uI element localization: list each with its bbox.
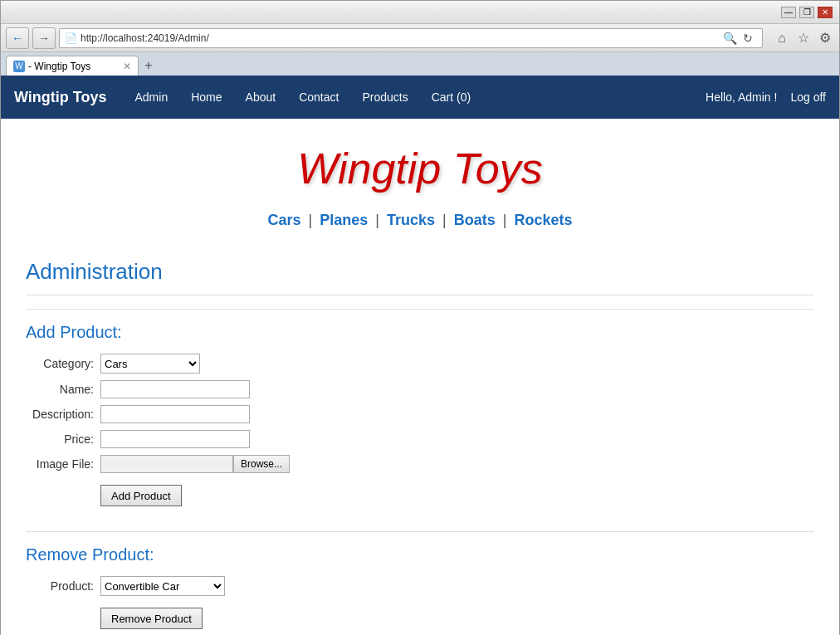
search-icon: 🔍 xyxy=(720,29,739,47)
toolbar-icons: ⌂ ☆ ⚙ xyxy=(773,29,834,47)
description-label: Description: xyxy=(26,408,100,421)
navbar-links: Admin Home About Contact Products Cart (… xyxy=(124,76,706,119)
forward-button[interactable]: → xyxy=(32,27,56,49)
tab-favicon: W xyxy=(13,61,25,72)
remove-product-heading: Remove Product: xyxy=(26,545,814,564)
back-button[interactable]: ← xyxy=(6,27,29,49)
active-tab[interactable]: W - Wingtip Toys ✕ xyxy=(6,56,139,76)
price-input[interactable] xyxy=(100,430,250,448)
add-button-row: Add Product xyxy=(26,480,814,506)
star-icon[interactable]: ☆ xyxy=(794,29,813,47)
site-title: Wingtip Toys xyxy=(1,144,839,193)
address-text: http://localhost:24019/Admin/ xyxy=(81,32,720,44)
category-rockets[interactable]: Rockets xyxy=(514,212,572,228)
page-content: Wingtip Toys Admin Home About Contact Pr… xyxy=(1,76,839,635)
navbar-link-admin[interactable]: Admin xyxy=(124,76,180,119)
settings-icon[interactable]: ⚙ xyxy=(816,29,834,47)
refresh-button[interactable]: ↻ xyxy=(739,29,757,47)
navbar-link-products[interactable]: Products xyxy=(350,76,419,119)
site-header: Wingtip Toys xyxy=(1,119,839,202)
minimize-button[interactable]: — xyxy=(781,7,796,18)
product-label: Product: xyxy=(26,579,100,593)
restore-button[interactable]: ❐ xyxy=(799,7,814,18)
navbar-link-cart[interactable]: Cart (0) xyxy=(420,76,482,119)
price-row: Price: xyxy=(26,430,814,448)
category-cars[interactable]: Cars xyxy=(267,212,300,228)
divider-2 xyxy=(26,531,814,532)
browser-titlebar: — ❐ ✕ xyxy=(1,1,839,24)
navbar: Wingtip Toys Admin Home About Contact Pr… xyxy=(1,76,839,119)
titlebar-controls: — ❐ ✕ xyxy=(781,7,833,18)
address-bar[interactable]: 📄 http://localhost:24019/Admin/ 🔍 ↻ xyxy=(59,28,763,48)
category-trucks[interactable]: Trucks xyxy=(387,212,435,228)
product-select[interactable]: Convertible Car Plane 1 Truck 1 xyxy=(100,576,225,596)
divider-1 xyxy=(26,309,814,310)
name-row: Name: xyxy=(26,380,814,398)
hello-text: Hello, Admin ! xyxy=(706,90,777,104)
separator-1: | xyxy=(309,212,313,228)
home-icon[interactable]: ⌂ xyxy=(773,29,791,47)
category-label: Category: xyxy=(26,357,100,370)
new-tab-button[interactable]: + xyxy=(139,56,159,76)
page-heading: Administration xyxy=(26,259,814,296)
separator-2: | xyxy=(375,212,379,228)
add-product-heading: Add Product: xyxy=(26,323,814,342)
file-input-area: Browse... xyxy=(100,455,290,473)
navbar-link-about[interactable]: About xyxy=(234,76,288,119)
description-input[interactable] xyxy=(100,405,250,423)
logoff-link[interactable]: Log off xyxy=(790,90,826,104)
description-row: Description: xyxy=(26,405,814,423)
remove-product-button[interactable]: Remove Product xyxy=(100,608,203,629)
category-row: Category: Cars Planes Trucks Boats Rocke… xyxy=(26,354,814,374)
remove-button-row: Remove Product xyxy=(26,603,814,629)
file-text-box xyxy=(100,455,233,473)
category-nav: Cars | Planes | Trucks | Boats | Rockets xyxy=(1,202,839,242)
navbar-brand[interactable]: Wingtip Toys xyxy=(14,89,107,106)
address-icon: 📄 xyxy=(65,32,77,44)
separator-4: | xyxy=(503,212,507,228)
category-planes[interactable]: Planes xyxy=(320,212,368,228)
separator-3: | xyxy=(442,212,447,228)
image-row: Image File: Browse... xyxy=(26,455,814,473)
navbar-right: Hello, Admin ! Log off xyxy=(706,90,826,104)
category-boats[interactable]: Boats xyxy=(454,212,496,228)
browse-button[interactable]: Browse... xyxy=(233,455,290,473)
browser-window: — ❐ ✕ ← → 📄 http://localhost:24019/Admin… xyxy=(0,0,840,635)
browser-tabs: W - Wingtip Toys ✕ + xyxy=(1,52,839,76)
product-row: Product: Convertible Car Plane 1 Truck 1 xyxy=(26,576,814,596)
name-input[interactable] xyxy=(100,380,250,398)
browser-toolbar: ← → 📄 http://localhost:24019/Admin/ 🔍 ↻ … xyxy=(1,24,839,52)
add-product-button[interactable]: Add Product xyxy=(100,485,182,506)
category-select[interactable]: Cars Planes Trucks Boats Rockets xyxy=(100,354,200,374)
price-label: Price: xyxy=(26,432,100,446)
add-product-section: Add Product: Category: Cars Planes Truck… xyxy=(26,323,814,506)
image-label: Image File: xyxy=(26,457,100,471)
tab-title: - Wingtip Toys xyxy=(28,61,90,72)
remove-product-section: Remove Product: Product: Convertible Car… xyxy=(26,545,814,629)
content-area: Administration Add Product: Category: Ca… xyxy=(1,242,839,635)
close-button[interactable]: ✕ xyxy=(818,7,833,18)
name-label: Name: xyxy=(26,383,100,396)
navbar-link-home[interactable]: Home xyxy=(179,76,233,119)
navbar-link-contact[interactable]: Contact xyxy=(287,76,350,119)
tab-close-button[interactable]: ✕ xyxy=(123,61,131,72)
